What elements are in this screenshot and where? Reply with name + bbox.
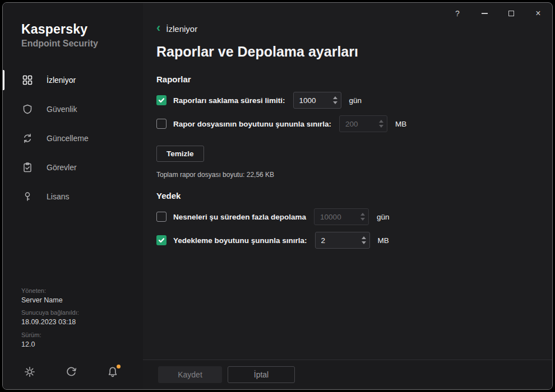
spin-up-icon[interactable]	[360, 213, 365, 216]
help-icon[interactable]: ?	[451, 7, 464, 20]
total-report-size-text: Toplam rapor dosyası boyutu: 22,56 KB	[156, 171, 552, 179]
window-controls: ? ×	[451, 7, 544, 20]
update-refresh-icon	[22, 133, 33, 144]
brand-product: Endpoint Security	[21, 39, 143, 49]
sidebar-bottom-icons	[24, 366, 119, 378]
spin-down-icon[interactable]	[362, 241, 366, 244]
spin-down-icon[interactable]	[333, 101, 337, 104]
monitoring-grid-icon	[22, 74, 33, 86]
backup-retention-checkbox[interactable]	[156, 212, 166, 222]
backup-retention-input[interactable]	[320, 213, 357, 221]
sidebar-item-label: Lisans	[47, 192, 69, 201]
sidebar-item-gorevler[interactable]: Görevler	[3, 153, 143, 182]
cancel-button[interactable]: İptal	[228, 366, 295, 383]
backup-retention-spinbox	[314, 208, 369, 225]
back-label: İzleniyor	[166, 24, 197, 34]
report-size-input[interactable]	[345, 120, 376, 128]
backup-size-spinbox	[315, 232, 370, 249]
report-size-checkbox[interactable]	[156, 119, 166, 129]
reports-heading: Raporlar	[156, 74, 552, 84]
spinner-arrows	[333, 96, 337, 104]
spinner-arrows	[362, 236, 366, 244]
spinner-arrows	[360, 213, 365, 221]
managed-by-label: Yöneten:	[21, 287, 79, 295]
backup-retention-row: Nesneleri şu süreden fazla depolama gün	[156, 208, 552, 225]
report-retention-unit: gün	[349, 96, 362, 105]
brand-logo: Kaspersky Endpoint Security	[3, 3, 143, 49]
security-network-icon[interactable]	[65, 366, 77, 378]
spin-up-icon[interactable]	[379, 120, 383, 123]
save-button[interactable]: Kaydet	[158, 366, 222, 383]
sidebar: Kaspersky Endpoint Security İzleniyor Gü…	[3, 3, 143, 389]
brand-name: Kaspersky	[21, 22, 143, 37]
sidebar-nav: İzleniyor Güvenlik Güncelleme	[3, 66, 143, 211]
sidebar-item-label: Görevler	[47, 163, 77, 172]
report-size-unit: MB	[395, 120, 406, 128]
report-retention-spinbox	[293, 92, 341, 109]
sidebar-item-guncelleme[interactable]: Güncelleme	[3, 124, 143, 153]
spin-up-icon[interactable]	[362, 236, 366, 239]
backup-size-checkbox[interactable]	[156, 235, 166, 245]
license-key-icon	[22, 191, 33, 202]
backup-retention-unit: gün	[377, 213, 390, 221]
managed-by-value: Server Name	[21, 296, 79, 305]
report-retention-row: Raporları saklama süresi limiti: gün	[156, 92, 552, 109]
shield-icon	[22, 104, 33, 115]
app-window: ? × Kaspersky Endpoint Security İzleniyo…	[2, 2, 553, 390]
backup-size-unit: MB	[378, 236, 389, 245]
report-size-spinbox	[339, 115, 387, 132]
back-chevron-icon: ‹	[156, 23, 160, 33]
report-size-row: Rapor dosyasının boyutunu şununla sınırl…	[156, 115, 552, 132]
sidebar-item-label: Güncelleme	[47, 134, 89, 143]
sidebar-item-lisans[interactable]: Lisans	[3, 182, 143, 211]
spinner-arrows	[379, 120, 383, 128]
report-size-label: Rapor dosyasının boyutunu şununla sınırl…	[173, 120, 331, 128]
active-indicator	[3, 70, 4, 90]
notifications-bell-icon[interactable]	[107, 366, 119, 378]
minimize-glyph	[482, 13, 488, 14]
spin-up-icon[interactable]	[333, 96, 337, 99]
sidebar-item-izleniyor[interactable]: İzleniyor	[3, 66, 143, 95]
spin-down-icon[interactable]	[360, 218, 365, 221]
server-info-block: Yöneten: Server Name Sunucuya bağlanıldı…	[21, 287, 79, 349]
minimize-icon[interactable]	[478, 7, 491, 20]
report-retention-input[interactable]	[299, 96, 330, 105]
maximize-icon[interactable]	[505, 7, 517, 20]
backup-size-row: Yedekleme boyutunu şununla sınırla: MB	[156, 232, 552, 249]
backup-size-input[interactable]	[321, 236, 358, 245]
report-retention-checkbox[interactable]	[156, 95, 166, 105]
report-retention-label: Raporları saklama süresi limiti:	[173, 96, 285, 105]
connected-value: 18.09.2023 03:18	[21, 318, 79, 327]
sidebar-item-label: Güvenlik	[47, 105, 77, 114]
main-content: ‹ İzleniyor Raporlar ve Depolama ayarlar…	[143, 3, 552, 360]
backup-retention-label: Nesneleri şu süreden fazla depolama	[173, 213, 306, 221]
version-label: Sürüm:	[21, 332, 79, 339]
backup-heading: Yedek	[156, 191, 552, 200]
spin-down-icon[interactable]	[379, 125, 383, 128]
footer-action-bar: Kaydet İptal	[143, 360, 552, 389]
page-title: Raporlar ve Depolama ayarları	[156, 44, 552, 60]
sidebar-item-label: İzleniyor	[47, 76, 76, 85]
clear-reports-button[interactable]: Temizle	[156, 146, 204, 162]
back-button[interactable]: ‹ İzleniyor	[156, 24, 552, 34]
sidebar-item-guvenlik[interactable]: Güvenlik	[3, 95, 143, 124]
maximize-glyph	[508, 11, 514, 16]
version-value: 12.0	[21, 340, 79, 349]
close-icon[interactable]: ×	[532, 7, 544, 20]
settings-gear-icon[interactable]	[24, 366, 36, 378]
tasks-clipboard-icon	[22, 162, 33, 173]
backup-size-label: Yedekleme boyutunu şununla sınırla:	[173, 236, 307, 245]
notification-badge	[117, 365, 121, 368]
connected-label: Sunucuya bağlanıldı:	[21, 309, 79, 317]
